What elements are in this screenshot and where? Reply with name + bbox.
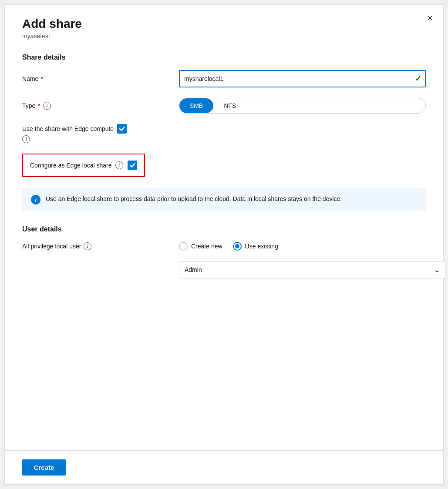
privilege-info-icon: i [84, 242, 91, 250]
edge-compute-checkbox[interactable] [117, 124, 127, 134]
privilege-radio-group: Create new Use existing [179, 242, 426, 251]
type-row: Type * i SMB NFS [22, 98, 426, 114]
type-info-icon: i [43, 102, 51, 110]
dialog-title: Add share [22, 17, 426, 31]
privilege-row: All privilege local user i Create new Us… [22, 242, 426, 251]
edge-local-checkbox[interactable] [128, 161, 137, 170]
type-toggle-group: SMB NFS [179, 98, 426, 114]
user-dropdown[interactable]: Admin [179, 261, 445, 278]
radio-use-existing-circle [233, 242, 242, 251]
close-button[interactable]: × [427, 13, 433, 23]
edge-local-row: Configure as Edge local share i [22, 154, 145, 177]
create-button[interactable]: Create [22, 459, 66, 476]
dialog-subtitle: myasetest [22, 33, 426, 40]
name-input-wrapper: ✓ [179, 70, 426, 87]
name-valid-checkmark: ✓ [415, 74, 421, 84]
info-box-text: Use an Edge local share to process data … [46, 194, 342, 204]
name-input[interactable] [179, 70, 426, 87]
name-row: Name * ✓ [22, 70, 426, 87]
type-nfs-option[interactable]: NFS [213, 98, 246, 113]
type-required-star: * [38, 102, 40, 109]
radio-create-new[interactable]: Create new [179, 242, 222, 251]
edge-compute-row: Use the share with Edge compute i [22, 124, 426, 143]
edge-local-info-icon: i [115, 161, 123, 169]
edge-compute-info-icon: i [22, 135, 30, 143]
edge-compute-label: Use the share with Edge compute [22, 124, 179, 134]
info-box: i Use an Edge local share to process dat… [22, 188, 426, 211]
share-details-section-title: Share details [22, 54, 426, 61]
name-required-star: * [41, 75, 43, 82]
radio-create-new-circle [179, 242, 188, 251]
add-share-dialog: Add share myasetest × Share details Name… [4, 4, 444, 485]
info-box-icon: i [31, 195, 40, 204]
type-smb-option[interactable]: SMB [179, 98, 213, 113]
type-label: Type * i [22, 102, 179, 110]
name-label: Name * [22, 75, 179, 82]
edge-local-label: Configure as Edge local share i [30, 161, 123, 169]
user-dropdown-wrapper: Admin ⌄ [179, 261, 445, 278]
radio-use-existing[interactable]: Use existing [233, 242, 278, 251]
dialog-footer: Create [5, 450, 443, 484]
privilege-label: All privilege local user i [22, 242, 179, 250]
edge-local-section: Configure as Edge local share i [22, 154, 426, 177]
user-details-section-title: User details [22, 225, 426, 233]
